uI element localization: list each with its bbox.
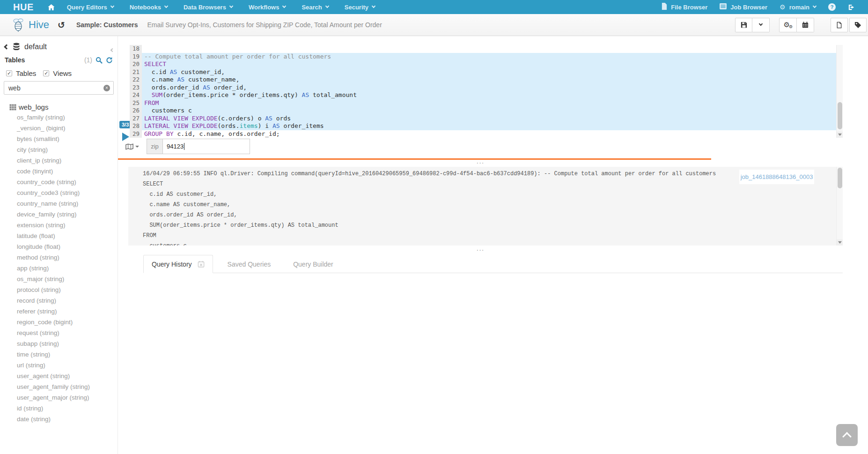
column-item[interactable]: url (string) (0, 360, 118, 371)
code-editor[interactable]: 1819-- Compute total amount per order fo… (130, 45, 836, 138)
column-item[interactable]: app (string) (0, 263, 118, 274)
sql-token: LATERAL VIEW EXPLODE (144, 122, 218, 129)
editor-line[interactable]: 24 SUM(order_items.price * order_items.q… (130, 91, 836, 99)
column-item[interactable]: id (string) (0, 403, 118, 414)
column-item[interactable]: code (tinyint) (0, 166, 118, 177)
menu-workflows[interactable]: Workflows (249, 4, 286, 11)
column-item[interactable]: method (string) (0, 252, 118, 263)
variables-map-button[interactable] (125, 143, 139, 150)
tables-checkbox[interactable]: ✓ (6, 70, 12, 76)
menu-security[interactable]: Security (345, 4, 375, 11)
database-name[interactable]: default (24, 43, 47, 51)
column-item[interactable]: region_code (bigint) (0, 317, 118, 327)
column-item[interactable]: bytes (smallint) (0, 134, 118, 144)
list-icon (720, 3, 727, 11)
tab-query-history[interactable]: Query History (143, 255, 213, 273)
column-item[interactable]: protocol (string) (0, 284, 118, 295)
column-item[interactable]: user_agent_family (string) (0, 381, 118, 392)
column-item[interactable]: country_code3 (string) (0, 187, 118, 198)
user-menu[interactable]: ⚙ romain (780, 3, 816, 11)
editor-line[interactable]: 20SELECT (130, 60, 836, 68)
table-search-input[interactable] (4, 84, 103, 92)
editor-line[interactable]: 29GROUP BY c.id, c.name, ords.order_id; (130, 130, 836, 138)
editor-scrollbar[interactable] (836, 45, 843, 138)
menu-notebooks[interactable]: Notebooks (130, 4, 168, 11)
menu-query-editors[interactable]: Query Editors (67, 4, 114, 11)
resize-grip[interactable]: ··· (118, 161, 843, 165)
scrollbar-thumb[interactable] (838, 102, 842, 129)
tab-label: Query History (152, 260, 192, 268)
scroll-to-top-button[interactable] (836, 424, 858, 446)
schedule-calendar-button[interactable] (797, 18, 814, 32)
tags-button[interactable] (849, 18, 867, 32)
column-item[interactable]: record (string) (0, 295, 118, 306)
editor-line[interactable]: 27LATERAL VIEW EXPLODE(c.orders) o AS or… (130, 115, 836, 123)
editor-line[interactable]: 23 ords.order_id AS order_id, (130, 84, 836, 92)
log-scrollbar[interactable] (836, 167, 843, 246)
settings-gears-button[interactable]: ⚙⚙ (779, 18, 797, 32)
tab-label: Query Builder (293, 260, 333, 268)
column-item[interactable]: country_code (string) (0, 177, 118, 187)
column-item[interactable]: device_family (string) (0, 209, 118, 220)
column-item[interactable]: request (string) (0, 327, 118, 338)
home-icon[interactable] (48, 4, 55, 11)
column-item[interactable]: longitude (float) (0, 241, 118, 252)
resize-grip[interactable]: ··· (118, 248, 843, 253)
collapse-sidebar-icon[interactable] (111, 45, 114, 53)
save-options-button[interactable] (752, 18, 770, 32)
scrollbar-thumb[interactable] (838, 168, 842, 188)
column-item[interactable]: time (string) (0, 349, 118, 360)
tab-query-builder[interactable]: Query Builder (285, 255, 341, 273)
job-link[interactable]: job_1461888648136_0003 (739, 170, 814, 184)
clear-search-icon[interactable]: × (103, 85, 110, 91)
table-item-web-logs[interactable]: web_logs (9, 103, 48, 111)
editor-line[interactable]: 21 c.id AS customer_id, (130, 68, 836, 76)
column-item[interactable]: referer (string) (0, 306, 118, 317)
views-checkbox[interactable]: ✓ (43, 70, 49, 76)
scrollbar-down-arrow[interactable] (837, 239, 843, 246)
column-item[interactable]: country_name (string) (0, 198, 118, 209)
column-item[interactable]: date (string) (0, 414, 118, 424)
app-name[interactable]: Hive (29, 19, 49, 31)
column-item[interactable]: extension (string) (0, 220, 118, 231)
calendar-remove-icon[interactable] (198, 260, 205, 268)
column-item[interactable]: user_agent (string) (0, 371, 118, 381)
editor-line[interactable]: 26 customers c (130, 107, 836, 115)
menu-data-browsers[interactable]: Data Browsers (184, 4, 233, 11)
database-selector[interactable]: default (5, 43, 47, 51)
code-text (142, 45, 836, 53)
query-history-icon[interactable]: ↺ (58, 21, 65, 30)
file-browser-button[interactable]: File Browser (661, 3, 707, 11)
editor-line[interactable]: 18 (130, 45, 836, 53)
scrollbar-down-arrow[interactable] (837, 132, 843, 138)
column-item[interactable]: os_family (string) (0, 112, 118, 123)
column-item[interactable]: os_major (string) (0, 274, 118, 284)
hue-logo[interactable]: HUE (13, 2, 34, 13)
save-button[interactable] (735, 18, 752, 32)
column-item[interactable]: user_agent_major (string) (0, 392, 118, 403)
tab-saved-queries[interactable]: Saved Queries (220, 255, 279, 273)
help-icon[interactable]: ? (828, 3, 836, 11)
refresh-icon[interactable] (106, 57, 113, 64)
back-chevron-icon[interactable] (4, 44, 9, 49)
column-item[interactable]: city (string) (0, 144, 118, 155)
new-query-button[interactable] (831, 18, 848, 32)
menu-search[interactable]: Search (302, 4, 328, 11)
editor-line[interactable]: 19-- Compute total amount per order for … (130, 53, 836, 61)
chevron-down-icon (759, 22, 763, 26)
column-item[interactable]: latitude (float) (0, 231, 118, 241)
logout-icon[interactable] (848, 4, 855, 11)
editor-line[interactable]: 25FROM (130, 99, 836, 107)
execute-query-button[interactable] (122, 133, 129, 141)
column-item[interactable]: subapp (string) (0, 338, 118, 349)
column-item[interactable]: _version_ (bigint) (0, 123, 118, 134)
variable-value-input[interactable]: 94123 (162, 139, 250, 154)
job-browser-button[interactable]: Job Browser (720, 3, 767, 11)
column-item[interactable]: client_ip (string) (0, 155, 118, 166)
code-text: SELECT (142, 60, 836, 68)
editor-line[interactable]: 28LATERAL VIEW EXPLODE(ords.items) i AS … (130, 122, 836, 130)
tables-header: Tables (1) (5, 56, 113, 64)
editor-line[interactable]: 22 c.name AS customer_name, (130, 76, 836, 84)
search-icon[interactable] (96, 57, 103, 64)
line-number: 29 (130, 130, 142, 138)
